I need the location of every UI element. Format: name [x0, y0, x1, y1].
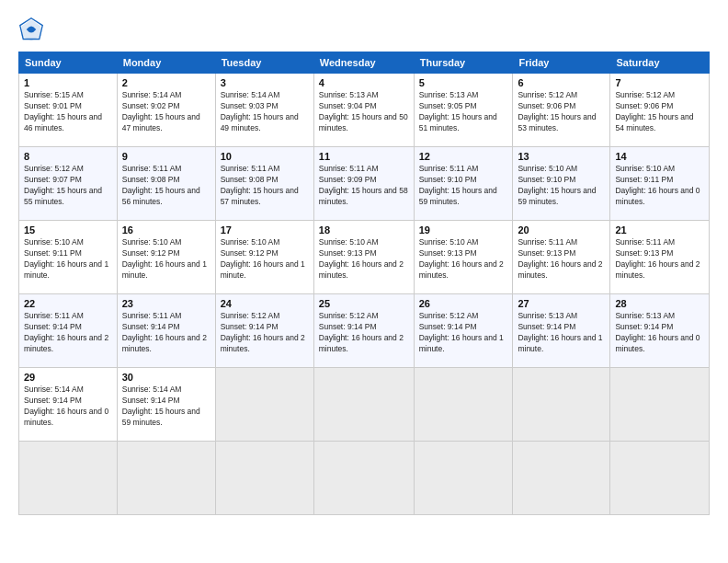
- empty-cell: [414, 442, 513, 515]
- day-number: 5: [419, 77, 508, 88]
- weekday-header: Friday: [513, 52, 610, 74]
- day-number: 30: [122, 372, 210, 383]
- day-number: 23: [122, 298, 210, 309]
- day-cell: 4Sunrise: 5:13 AMSunset: 9:04 PMDaylight…: [313, 74, 414, 147]
- day-number: 2: [122, 77, 210, 88]
- day-detail: Sunrise: 5:10 AMSunset: 9:13 PMDaylight:…: [319, 237, 409, 282]
- day-number: 12: [419, 151, 508, 162]
- weekday-header: Wednesday: [313, 52, 414, 74]
- day-cell: 27Sunrise: 5:13 AMSunset: 9:14 PMDayligh…: [513, 294, 610, 368]
- day-detail: Sunrise: 5:10 AMSunset: 9:13 PMDaylight:…: [419, 237, 508, 282]
- day-number: 17: [221, 224, 309, 236]
- day-cell: 30Sunrise: 5:14 AMSunset: 9:14 PMDayligh…: [117, 368, 215, 442]
- calendar-table: SundayMondayTuesdayWednesdayThursdayFrid…: [18, 52, 710, 515]
- day-detail: Sunrise: 5:13 AMSunset: 9:05 PMDaylight:…: [419, 90, 508, 134]
- day-detail: Sunrise: 5:11 AMSunset: 9:14 PMDaylight:…: [24, 311, 112, 355]
- day-cell: 8Sunrise: 5:12 AMSunset: 9:07 PMDaylight…: [19, 147, 118, 221]
- day-detail: Sunrise: 5:13 AMSunset: 9:14 PMDaylight:…: [615, 311, 704, 355]
- day-number: 27: [518, 298, 605, 309]
- day-detail: Sunrise: 5:12 AMSunset: 9:06 PMDaylight:…: [615, 90, 704, 134]
- day-cell: 13Sunrise: 5:10 AMSunset: 9:10 PMDayligh…: [513, 147, 610, 221]
- day-cell: 3Sunrise: 5:14 AMSunset: 9:03 PMDaylight…: [215, 74, 313, 147]
- day-number: 13: [518, 151, 605, 162]
- day-cell: 10Sunrise: 5:11 AMSunset: 9:08 PMDayligh…: [215, 147, 313, 221]
- day-detail: Sunrise: 5:11 AMSunset: 9:14 PMDaylight:…: [122, 311, 210, 355]
- day-cell: 21Sunrise: 5:11 AMSunset: 9:13 PMDayligh…: [610, 221, 710, 294]
- logo-icon: [18, 17, 44, 42]
- day-number: 8: [24, 151, 112, 162]
- day-number: 18: [319, 224, 409, 236]
- calendar-week-row: 29Sunrise: 5:14 AMSunset: 9:14 PMDayligh…: [19, 368, 710, 442]
- day-detail: Sunrise: 5:14 AMSunset: 9:03 PMDaylight:…: [221, 90, 309, 134]
- empty-cell: [215, 368, 313, 442]
- day-number: 25: [319, 298, 409, 309]
- day-cell: 12Sunrise: 5:11 AMSunset: 9:10 PMDayligh…: [414, 147, 513, 221]
- day-cell: 24Sunrise: 5:12 AMSunset: 9:14 PMDayligh…: [215, 294, 313, 368]
- day-detail: Sunrise: 5:11 AMSunset: 9:08 PMDaylight:…: [122, 164, 210, 208]
- empty-cell: [117, 442, 215, 515]
- day-number: 11: [319, 151, 409, 162]
- day-cell: 1Sunrise: 5:15 AMSunset: 9:01 PMDaylight…: [19, 74, 118, 147]
- empty-cell: [313, 368, 414, 442]
- day-number: 22: [24, 298, 112, 309]
- day-detail: Sunrise: 5:15 AMSunset: 9:01 PMDaylight:…: [24, 90, 112, 134]
- day-detail: Sunrise: 5:13 AMSunset: 9:04 PMDaylight:…: [319, 90, 409, 134]
- weekday-header: Monday: [117, 52, 215, 74]
- day-number: 26: [419, 298, 508, 309]
- day-cell: 25Sunrise: 5:12 AMSunset: 9:14 PMDayligh…: [313, 294, 414, 368]
- day-cell: 2Sunrise: 5:14 AMSunset: 9:02 PMDaylight…: [117, 74, 215, 147]
- day-cell: 11Sunrise: 5:11 AMSunset: 9:09 PMDayligh…: [313, 147, 414, 221]
- day-detail: Sunrise: 5:13 AMSunset: 9:14 PMDaylight:…: [518, 311, 605, 355]
- empty-cell: [19, 442, 118, 515]
- day-number: 3: [221, 77, 309, 88]
- day-number: 16: [122, 224, 210, 236]
- day-detail: Sunrise: 5:10 AMSunset: 9:12 PMDaylight:…: [221, 237, 309, 282]
- day-detail: Sunrise: 5:11 AMSunset: 9:13 PMDaylight:…: [518, 237, 605, 282]
- empty-cell: [513, 368, 610, 442]
- calendar-week-row: [19, 442, 710, 515]
- day-number: 20: [518, 224, 605, 236]
- day-detail: Sunrise: 5:12 AMSunset: 9:14 PMDaylight:…: [319, 311, 409, 355]
- calendar-week-row: 15Sunrise: 5:10 AMSunset: 9:11 PMDayligh…: [19, 221, 710, 294]
- empty-cell: [414, 368, 513, 442]
- day-number: 15: [24, 224, 112, 236]
- day-number: 1: [24, 77, 112, 88]
- day-detail: Sunrise: 5:11 AMSunset: 9:08 PMDaylight:…: [221, 164, 309, 208]
- day-cell: 26Sunrise: 5:12 AMSunset: 9:14 PMDayligh…: [414, 294, 513, 368]
- day-cell: 23Sunrise: 5:11 AMSunset: 9:14 PMDayligh…: [117, 294, 215, 368]
- day-detail: Sunrise: 5:11 AMSunset: 9:10 PMDaylight:…: [419, 164, 508, 208]
- day-number: 24: [221, 298, 309, 309]
- day-detail: Sunrise: 5:14 AMSunset: 9:02 PMDaylight:…: [122, 90, 210, 134]
- day-detail: Sunrise: 5:12 AMSunset: 9:06 PMDaylight:…: [518, 90, 605, 134]
- weekday-header: Tuesday: [215, 52, 313, 74]
- day-cell: 6Sunrise: 5:12 AMSunset: 9:06 PMDaylight…: [513, 74, 610, 147]
- day-number: 29: [24, 372, 112, 383]
- page-header: [18, 17, 710, 42]
- day-detail: Sunrise: 5:12 AMSunset: 9:07 PMDaylight:…: [24, 164, 112, 208]
- day-cell: 28Sunrise: 5:13 AMSunset: 9:14 PMDayligh…: [610, 294, 710, 368]
- day-cell: 18Sunrise: 5:10 AMSunset: 9:13 PMDayligh…: [313, 221, 414, 294]
- day-number: 6: [518, 77, 605, 88]
- day-number: 14: [615, 151, 704, 162]
- day-cell: 7Sunrise: 5:12 AMSunset: 9:06 PMDaylight…: [610, 74, 710, 147]
- day-cell: 29Sunrise: 5:14 AMSunset: 9:14 PMDayligh…: [19, 368, 118, 442]
- day-detail: Sunrise: 5:11 AMSunset: 9:09 PMDaylight:…: [319, 164, 409, 208]
- empty-cell: [513, 442, 610, 515]
- calendar-week-row: 8Sunrise: 5:12 AMSunset: 9:07 PMDaylight…: [19, 147, 710, 221]
- weekday-header: Saturday: [610, 52, 710, 74]
- day-detail: Sunrise: 5:10 AMSunset: 9:10 PMDaylight:…: [518, 164, 605, 208]
- day-cell: 20Sunrise: 5:11 AMSunset: 9:13 PMDayligh…: [513, 221, 610, 294]
- day-cell: 19Sunrise: 5:10 AMSunset: 9:13 PMDayligh…: [414, 221, 513, 294]
- day-number: 4: [319, 77, 409, 88]
- weekday-header: Sunday: [19, 52, 118, 74]
- day-detail: Sunrise: 5:14 AMSunset: 9:14 PMDaylight:…: [122, 385, 210, 429]
- empty-cell: [313, 442, 414, 515]
- day-cell: 22Sunrise: 5:11 AMSunset: 9:14 PMDayligh…: [19, 294, 118, 368]
- day-detail: Sunrise: 5:10 AMSunset: 9:12 PMDaylight:…: [122, 237, 210, 282]
- logo: [18, 17, 48, 42]
- calendar-header-row: SundayMondayTuesdayWednesdayThursdayFrid…: [19, 52, 710, 74]
- calendar-week-row: 22Sunrise: 5:11 AMSunset: 9:14 PMDayligh…: [19, 294, 710, 368]
- day-number: 9: [122, 151, 210, 162]
- calendar-body: 1Sunrise: 5:15 AMSunset: 9:01 PMDaylight…: [19, 74, 710, 515]
- day-detail: Sunrise: 5:10 AMSunset: 9:11 PMDaylight:…: [615, 164, 704, 208]
